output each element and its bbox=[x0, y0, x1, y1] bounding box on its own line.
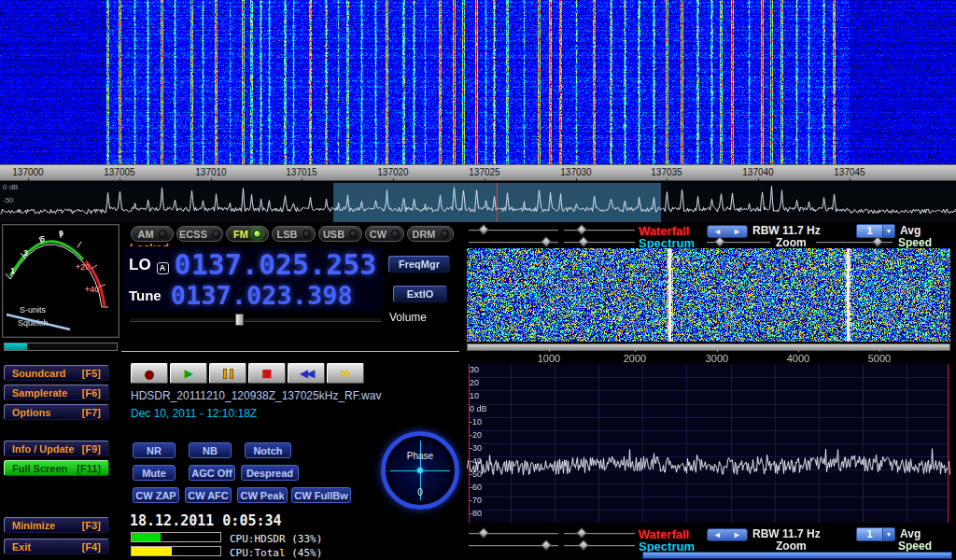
cpu-hdsdr-bar bbox=[131, 532, 221, 542]
combo-arrow-icon[interactable]: ▼ bbox=[882, 528, 894, 540]
db-tick: -70 bbox=[470, 496, 482, 505]
minimize-button[interactable]: Minimize [F3] bbox=[4, 517, 109, 533]
play-button[interactable]: ▶ bbox=[170, 363, 207, 384]
zoom-range-bar[interactable] bbox=[642, 552, 952, 559]
sp-offset-slider-top[interactable] bbox=[469, 237, 558, 247]
mode-button-ecss[interactable]: ECSS bbox=[176, 226, 223, 242]
mode-am-led-icon bbox=[159, 230, 167, 238]
shift-right-icon[interactable]: ► bbox=[727, 529, 747, 540]
waterfall-shift-control-bottom[interactable]: ◄ ► bbox=[707, 528, 748, 541]
wf-brightness-slider-bottom[interactable] bbox=[469, 528, 558, 539]
extio-button[interactable]: ExtIO bbox=[393, 286, 447, 302]
rbw-readout-top: RBW 11.7 Hz bbox=[752, 224, 821, 237]
overview-spectrum-canvas[interactable] bbox=[0, 181, 956, 222]
freqmgr-button[interactable]: FreqMgr bbox=[388, 256, 450, 273]
ruler-tick: 137035 bbox=[639, 167, 695, 177]
slider-thumb[interactable] bbox=[541, 539, 551, 550]
shift-left-icon[interactable]: ◄ bbox=[708, 529, 727, 540]
db-tick: 10 bbox=[470, 391, 479, 400]
despread-button[interactable]: Despread bbox=[241, 465, 299, 481]
pause-button[interactable] bbox=[209, 363, 246, 384]
waterfall-shift-control-top[interactable]: ◄ ► bbox=[707, 225, 748, 238]
mode-button-fm[interactable]: FM bbox=[226, 226, 269, 242]
shift-left-icon[interactable]: ◄ bbox=[708, 226, 727, 237]
lo-frequency-value[interactable]: 0137.025.253 bbox=[175, 250, 377, 280]
agc-button[interactable]: AGC Off bbox=[189, 465, 235, 481]
mode-button-lsb[interactable]: LSB bbox=[272, 226, 316, 242]
ruler-tick: 137010 bbox=[183, 167, 239, 177]
rewind-button[interactable]: ◀◀ bbox=[288, 363, 325, 384]
s-meter-face: 1 3 5 9 +20 +40 S-units Squelch bbox=[3, 225, 119, 337]
zoom-slider-top[interactable] bbox=[707, 237, 770, 247]
cw-peak-button[interactable]: CW Peak bbox=[237, 487, 288, 503]
record-button[interactable]: ● bbox=[131, 363, 168, 384]
slider-thumb[interactable] bbox=[541, 236, 551, 246]
sp-range-slider-top[interactable] bbox=[564, 237, 635, 247]
mode-button-usb[interactable]: USB bbox=[318, 226, 362, 242]
sp-range-slider-bottom[interactable] bbox=[564, 540, 635, 551]
af-ruler-bar[interactable] bbox=[467, 343, 950, 351]
slider-thumb[interactable] bbox=[478, 527, 488, 538]
exit-label: Exit bbox=[12, 541, 31, 553]
exit-button[interactable]: Exit [F4] bbox=[4, 539, 109, 554]
samplerate-button[interactable]: Samplerate [F6] bbox=[4, 385, 109, 400]
ruler-tick: 137015 bbox=[274, 167, 330, 177]
soundcard-button[interactable]: Soundcard [F5] bbox=[4, 365, 109, 381]
mode-cw-label: CW bbox=[370, 229, 387, 240]
mode-fm-label: FM bbox=[233, 229, 248, 240]
wf-contrast-slider-top[interactable] bbox=[564, 225, 635, 235]
volume-slider-thumb[interactable] bbox=[235, 314, 244, 326]
slider-thumb[interactable] bbox=[715, 236, 725, 246]
db-tick: -50 bbox=[470, 469, 482, 479]
slider-thumb[interactable] bbox=[873, 236, 883, 246]
combo-arrow-icon[interactable]: ▼ bbox=[882, 225, 894, 237]
cw-zap-button[interactable]: CW ZAP bbox=[133, 487, 179, 503]
slider-thumb[interactable] bbox=[478, 224, 488, 234]
frequency-ruler[interactable]: 137000 137005 137010 137015 137020 13702… bbox=[0, 164, 956, 181]
af-waterfall-display[interactable] bbox=[467, 248, 950, 342]
mode-button-cw[interactable]: CW bbox=[365, 226, 404, 242]
cpu-total-bar bbox=[131, 546, 221, 556]
fullscreen-label: Full Screen bbox=[12, 463, 67, 474]
sp-offset-slider-bottom[interactable] bbox=[469, 540, 558, 551]
speed-slider-top[interactable] bbox=[816, 237, 893, 247]
slider-thumb[interactable] bbox=[577, 224, 587, 234]
info-update-button[interactable]: Info / Update [F9] bbox=[4, 441, 109, 456]
loop-button[interactable]: ∞ bbox=[327, 363, 364, 384]
avg-select-value: 1 bbox=[857, 528, 882, 540]
speed-label-top: Speed bbox=[898, 236, 932, 249]
wf-brightness-slider-top[interactable] bbox=[469, 225, 558, 235]
slider-thumb[interactable] bbox=[578, 539, 588, 550]
db-tick: -60 bbox=[470, 483, 482, 492]
shift-right-icon[interactable]: ► bbox=[727, 226, 747, 237]
db-tick: -10 bbox=[470, 417, 482, 427]
mute-button[interactable]: Mute bbox=[133, 465, 176, 481]
options-button[interactable]: Options [F7] bbox=[4, 404, 109, 420]
slider-thumb[interactable] bbox=[577, 527, 587, 538]
lo-sync-badge[interactable]: A bbox=[157, 262, 169, 274]
fullscreen-button[interactable]: Full Screen [F11] bbox=[4, 460, 109, 476]
overview-db-mid-label: -50 bbox=[3, 196, 14, 204]
stop-button[interactable]: ■ bbox=[248, 363, 286, 384]
phase-label: Phase bbox=[386, 451, 455, 461]
cpu-hdsdr-fill bbox=[132, 533, 161, 541]
cw-fullbw-button[interactable]: CW FullBw bbox=[291, 487, 351, 503]
tune-frequency-value[interactable]: 0137.023.398 bbox=[171, 282, 353, 309]
mode-button-am[interactable]: AM bbox=[131, 226, 174, 242]
main-waterfall-display[interactable] bbox=[0, 0, 956, 164]
af-spectrum-display[interactable] bbox=[467, 364, 950, 523]
volume-slider[interactable] bbox=[130, 314, 382, 326]
mode-button-drm[interactable]: DRM bbox=[407, 226, 454, 242]
cw-afc-button[interactable]: CW AFC bbox=[185, 487, 232, 503]
slider-thumb[interactable] bbox=[578, 236, 588, 246]
avg-select-top[interactable]: 1 ▼ bbox=[856, 224, 895, 238]
notch-button[interactable]: Notch bbox=[245, 442, 291, 458]
wf-contrast-slider-bottom[interactable] bbox=[564, 528, 635, 539]
nr-button[interactable]: NR bbox=[133, 442, 176, 458]
nb-button[interactable]: NB bbox=[189, 442, 232, 458]
avg-select-bottom[interactable]: 1 ▼ bbox=[856, 527, 895, 541]
s-meter: 1 3 5 9 +20 +40 S-units Squelch bbox=[2, 224, 120, 338]
overview-spectrum-display[interactable]: 0 dB -50 bbox=[0, 181, 956, 222]
squelch-level-bar[interactable] bbox=[4, 343, 118, 351]
pause-icon bbox=[223, 369, 233, 379]
